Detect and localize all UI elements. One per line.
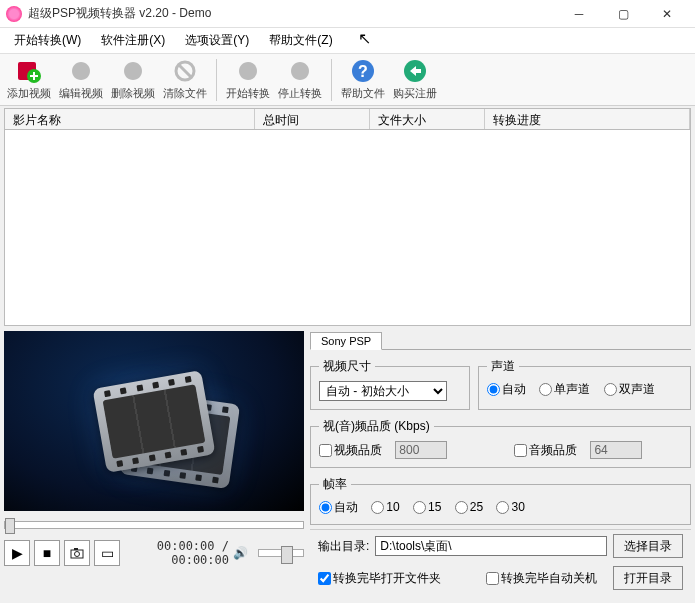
menu-register[interactable]: 软件注册(X) <box>91 29 175 52</box>
delete-video-icon <box>120 58 146 84</box>
output-dir-label: 输出目录: <box>318 538 369 555</box>
toolbar-separator <box>331 59 332 101</box>
camera-icon <box>70 547 84 559</box>
output-dir-input[interactable] <box>375 536 607 556</box>
stop-button[interactable]: ■ <box>34 540 60 566</box>
tab-sony-psp[interactable]: Sony PSP <box>310 332 382 350</box>
app-icon <box>6 6 22 22</box>
time-display: 00:00:00 / 00:00:00 <box>124 539 229 567</box>
window-title: 超级PSP视频转换器 v2.20 - Demo <box>28 5 557 22</box>
file-list-header: 影片名称 总时间 文件大小 转换进度 <box>4 108 691 130</box>
open-folder-check[interactable]: 转换完毕打开文件夹 <box>318 570 441 587</box>
clear-files-icon <box>172 58 198 84</box>
tool-edit-video[interactable]: 编辑视频 <box>56 56 106 104</box>
group-video-size: 视频尺寸 <box>319 358 375 375</box>
volume-slider[interactable] <box>258 549 304 557</box>
tool-clear-files[interactable]: 清除文件 <box>160 56 210 104</box>
fps-15[interactable]: 15 <box>413 500 441 514</box>
volume-icon: 🔊 <box>233 546 248 560</box>
col-size[interactable]: 文件大小 <box>370 109 485 129</box>
start-convert-icon <box>235 58 261 84</box>
video-quality-check[interactable]: 视频品质 <box>319 443 382 457</box>
group-fps: 帧率 <box>319 476 351 493</box>
video-kbps-input[interactable] <box>395 441 447 459</box>
tool-help[interactable]: ? 帮助文件 <box>338 56 388 104</box>
svg-rect-8 <box>74 548 78 550</box>
fps-auto[interactable]: 自动 <box>319 500 358 514</box>
play-button[interactable]: ▶ <box>4 540 30 566</box>
group-quality: 视(音)频品质 (Kbps) <box>319 418 434 435</box>
menu-options[interactable]: 选项设置(Y) <box>175 29 259 52</box>
buy-icon <box>402 58 428 84</box>
help-icon: ? <box>350 58 376 84</box>
toolbar-separator <box>216 59 217 101</box>
tool-start-convert[interactable]: 开始转换 <box>223 56 273 104</box>
svg-point-9 <box>75 552 80 557</box>
minimize-button[interactable]: ─ <box>557 0 601 28</box>
tool-add-video[interactable]: 添加视频 <box>4 56 54 104</box>
file-list[interactable] <box>4 130 691 326</box>
add-video-icon <box>16 58 42 84</box>
svg-line-3 <box>179 65 191 77</box>
group-channel: 声道 <box>487 358 519 375</box>
audio-quality-check[interactable]: 音频品质 <box>514 443 577 457</box>
tool-buy-register[interactable]: 购买注册 <box>390 56 440 104</box>
shutdown-check[interactable]: 转换完毕自动关机 <box>486 570 597 587</box>
snapshot-button[interactable] <box>64 540 90 566</box>
channel-mono[interactable]: 单声道 <box>539 382 590 396</box>
audio-kbps-input[interactable] <box>590 441 642 459</box>
channel-auto[interactable]: 自动 <box>487 382 526 396</box>
stop-convert-icon <box>287 58 313 84</box>
menu-help[interactable]: 帮助文件(Z) <box>259 29 342 52</box>
fps-30[interactable]: 30 <box>496 500 524 514</box>
close-button[interactable]: ✕ <box>645 0 689 28</box>
channel-stereo[interactable]: 双声道 <box>604 382 655 396</box>
seek-slider[interactable] <box>4 515 304 535</box>
menu-start-convert[interactable]: 开始转换(W) <box>4 29 91 52</box>
fps-25[interactable]: 25 <box>455 500 483 514</box>
preview-canvas <box>4 331 304 511</box>
maximize-button[interactable]: ▢ <box>601 0 645 28</box>
tool-delete-video[interactable]: 删除视频 <box>108 56 158 104</box>
browse-button[interactable]: 选择目录 <box>613 534 683 558</box>
svg-text:?: ? <box>358 63 368 80</box>
col-name[interactable]: 影片名称 <box>5 109 255 129</box>
edit-video-icon <box>68 58 94 84</box>
col-duration[interactable]: 总时间 <box>255 109 370 129</box>
col-progress[interactable]: 转换进度 <box>485 109 690 129</box>
tool-stop-convert[interactable]: 停止转换 <box>275 56 325 104</box>
video-size-select[interactable]: 自动 - 初始大小 <box>319 381 447 401</box>
fps-10[interactable]: 10 <box>371 500 399 514</box>
fullscreen-button[interactable]: ▭ <box>94 540 120 566</box>
open-dir-button[interactable]: 打开目录 <box>613 566 683 590</box>
